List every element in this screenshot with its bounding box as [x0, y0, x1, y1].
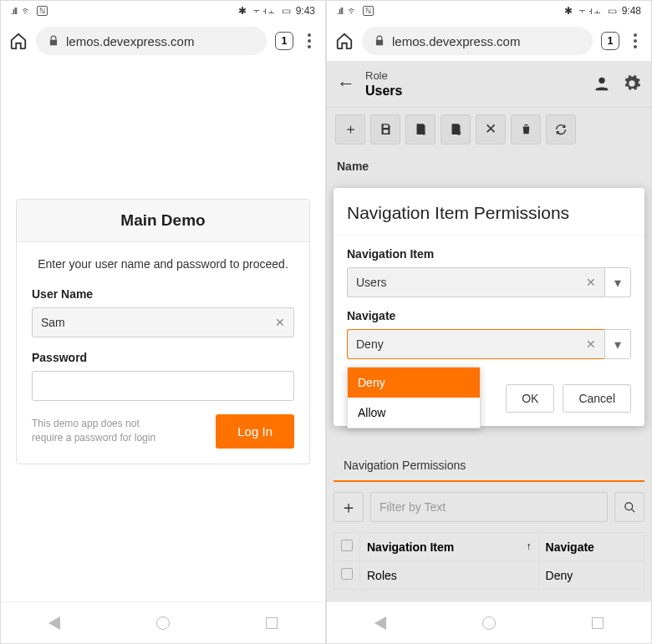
cell-navigate: Deny — [538, 561, 644, 590]
back-nav-icon[interactable] — [374, 616, 386, 630]
back-arrow-icon[interactable]: ← — [337, 73, 355, 94]
status-time: 9:43 — [296, 5, 315, 17]
vibrate-icon: ⫟⫞⫠ — [252, 5, 277, 17]
overflow-menu-icon[interactable] — [628, 33, 643, 48]
sort-arrow-icon: ↑ — [527, 540, 532, 552]
wifi-icon: ᯤ — [22, 5, 32, 17]
signal-icon: .ıll — [337, 6, 343, 16]
nav-item-value: Users — [356, 276, 387, 289]
nav-item-dropdown-icon[interactable]: ▾ — [604, 267, 631, 297]
login-content: Main Demo Enter your user name and passw… — [1, 61, 325, 601]
cell-nav-item: Roles — [360, 561, 539, 590]
home-nav-icon[interactable] — [482, 616, 496, 630]
cancel-modal-button[interactable]: Cancel — [563, 384, 631, 413]
url-bar[interactable]: lemos.devexpress.com — [362, 27, 593, 55]
phone-right: .ıll ᯤ ℕ ✱ ⫟⫞⫠ ▭ 9:48 lemos.devexpress.c… — [326, 0, 652, 644]
nav-item-label: Navigation Item — [347, 247, 631, 261]
browser-chrome: lemos.devexpress.com 1 — [327, 21, 651, 61]
signal-icon: .ıll — [11, 6, 17, 16]
url-text: lemos.devexpress.com — [392, 34, 520, 48]
tab-nav-permissions[interactable]: Navigation Permissions — [334, 450, 476, 480]
delete-button[interactable] — [511, 114, 541, 145]
navigate-combo[interactable]: Deny ✕ ▾ — [347, 329, 631, 359]
tab-count-badge[interactable]: 1 — [601, 32, 619, 50]
nfc-icon: ℕ — [363, 6, 374, 16]
save-button[interactable] — [370, 114, 400, 145]
navigate-dropdown-icon[interactable]: ▾ — [604, 329, 631, 359]
search-button[interactable] — [614, 492, 644, 522]
select-all-checkbox[interactable] — [341, 540, 353, 551]
battery-icon: ▭ — [608, 5, 617, 17]
col-navigate[interactable]: Navigate — [538, 533, 644, 561]
clear-nav-item-icon[interactable]: ✕ — [586, 276, 596, 289]
svg-text:D: D — [456, 130, 461, 136]
vibrate-icon: ⫟⫞⫠ — [578, 5, 603, 17]
login-button[interactable]: Log In — [216, 414, 294, 449]
permissions-table: Navigation Item↑ Navigate Roles Deny — [334, 532, 644, 590]
password-input[interactable] — [32, 371, 294, 401]
home-icon[interactable] — [9, 32, 28, 50]
navigate-dropdown-panel: Deny Allow — [347, 367, 481, 428]
home-icon[interactable] — [335, 32, 354, 50]
nav-item-combo[interactable]: Users ✕ ▾ — [347, 267, 631, 297]
bluetooth-icon: ✱ — [238, 5, 247, 17]
overflow-menu-icon[interactable] — [302, 33, 317, 48]
page-title: Users — [365, 83, 583, 99]
recent-nav-icon[interactable] — [592, 617, 604, 629]
col-nav-item[interactable]: Navigation Item↑ — [360, 533, 539, 561]
dropdown-option-deny[interactable]: Deny — [348, 368, 480, 398]
back-nav-icon[interactable] — [48, 616, 60, 630]
svg-point-3 — [624, 502, 632, 510]
password-label: Password — [32, 351, 294, 364]
permissions-area: Navigation Permissions ＋ Filter by Text … — [334, 450, 644, 590]
android-navbar — [1, 601, 325, 643]
toolbar: ＋ x D ✕ — [327, 108, 651, 151]
table-row[interactable]: Roles Deny — [334, 561, 644, 590]
modal-title: Navigation Item Permissions — [334, 188, 644, 235]
url-bar[interactable]: lemos.devexpress.com — [36, 27, 267, 55]
phone-left: .ıll ᯤ ℕ ✱ ⫟⫞⫠ ▭ 9:43 lemos.devexpress.c… — [0, 0, 326, 644]
lock-icon — [374, 35, 385, 47]
username-label: User Name — [32, 287, 294, 301]
tab-count-badge[interactable]: 1 — [275, 32, 293, 50]
save-new-button[interactable]: D — [441, 114, 471, 145]
login-card: Main Demo Enter your user name and passw… — [16, 199, 310, 464]
navigate-value: Deny — [356, 337, 384, 351]
name-column-header: Name — [327, 151, 651, 181]
username-value: Sam — [41, 316, 65, 329]
filter-input[interactable]: Filter by Text — [370, 492, 608, 522]
page-content: ← Role Users ＋ x D ✕ Name — [327, 61, 651, 601]
dropdown-option-allow[interactable]: Allow — [348, 398, 480, 428]
add-permission-button[interactable]: ＋ — [334, 492, 364, 522]
wifi-icon: ᯤ — [348, 5, 358, 17]
svg-text:x: x — [422, 130, 425, 136]
account-icon[interactable] — [593, 74, 611, 93]
clear-navigate-icon[interactable]: ✕ — [586, 337, 596, 351]
tab-strip: Navigation Permissions — [334, 450, 644, 482]
login-hint: This demo app does not require a passwor… — [32, 417, 157, 445]
gear-icon[interactable] — [623, 74, 641, 93]
status-bar: .ıll ᯤ ℕ ✱ ⫟⫞⫠ ▭ 9:48 — [327, 1, 651, 21]
username-input[interactable]: Sam ✕ — [32, 307, 294, 337]
svg-point-0 — [599, 78, 604, 84]
breadcrumb: Role — [365, 69, 583, 83]
lock-icon — [48, 35, 59, 47]
navigate-label: Navigate — [347, 309, 631, 322]
ok-button[interactable]: OK — [506, 384, 554, 413]
app-header: ← Role Users — [327, 61, 651, 108]
status-time: 9:48 — [622, 5, 641, 17]
status-bar: .ıll ᯤ ℕ ✱ ⫟⫞⫠ ▭ 9:43 — [1, 1, 325, 21]
clear-username-icon[interactable]: ✕ — [275, 316, 285, 329]
cancel-button[interactable]: ✕ — [476, 114, 506, 145]
recent-nav-icon[interactable] — [266, 617, 278, 629]
login-prompt: Enter your user name and password to pro… — [32, 257, 294, 271]
card-title: Main Demo — [17, 200, 309, 242]
save-close-button[interactable]: x — [405, 114, 436, 145]
battery-icon: ▭ — [282, 5, 291, 17]
new-button[interactable]: ＋ — [335, 114, 365, 145]
home-nav-icon[interactable] — [156, 616, 170, 630]
refresh-button[interactable] — [546, 114, 576, 145]
url-text: lemos.devexpress.com — [66, 34, 194, 48]
bluetooth-icon: ✱ — [564, 5, 573, 17]
row-checkbox[interactable] — [341, 568, 353, 580]
